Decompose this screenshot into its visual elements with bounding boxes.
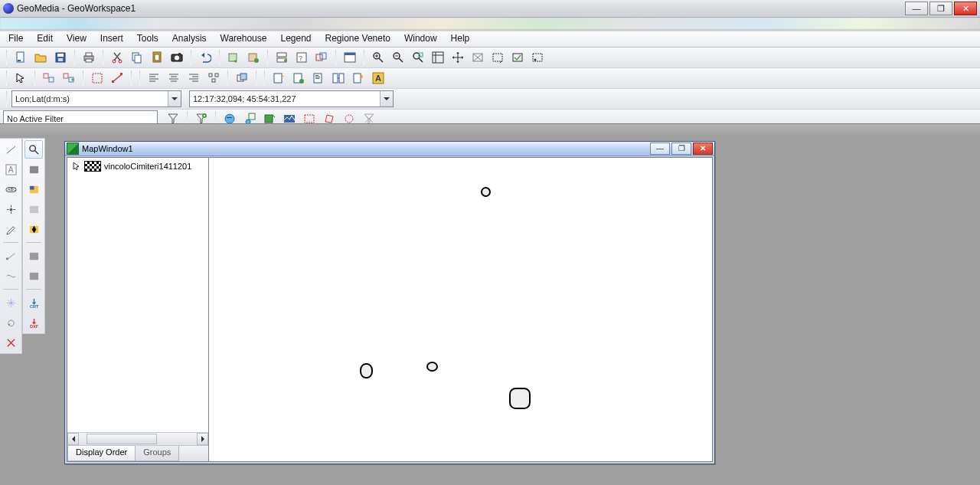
scroll-thumb[interactable] — [87, 434, 157, 444]
print-button[interactable] — [80, 48, 98, 67]
draw-line-icon[interactable] — [2, 140, 20, 159]
map-feature[interactable] — [360, 363, 373, 378]
text-style-icon[interactable]: A — [369, 69, 387, 87]
window-minimize-button[interactable]: — — [905, 2, 928, 15]
new-feature-icon[interactable] — [270, 69, 288, 87]
map-feature[interactable] — [509, 388, 531, 409]
menu-warehouse[interactable]: Warehouse — [214, 31, 274, 47]
draw-point-icon[interactable] — [2, 200, 20, 218]
select-set-icon[interactable] — [40, 69, 58, 87]
map-window-titlebar[interactable]: MapWindow1 — ❐ ✕ — [65, 142, 714, 156]
menu-analysis[interactable]: Analysis — [165, 31, 214, 47]
align-left-icon[interactable] — [145, 69, 163, 87]
break-line-icon[interactable] — [2, 267, 20, 285]
menu-tools[interactable]: Tools — [130, 31, 165, 47]
layer-dim-icon[interactable] — [24, 200, 43, 218]
feature-export-icon[interactable] — [349, 69, 368, 87]
snapshot-button[interactable] — [168, 48, 186, 67]
menu-help[interactable]: Help — [444, 31, 477, 47]
edit-feature-icon[interactable] — [289, 69, 308, 87]
select-tool[interactable] — [11, 69, 30, 87]
map-feature[interactable] — [481, 187, 491, 197]
layer-color-icon[interactable] — [24, 180, 43, 198]
delete-icon[interactable] — [2, 333, 20, 352]
cut-button[interactable] — [108, 48, 126, 67]
menu-regione[interactable]: Regione Veneto — [318, 31, 397, 47]
app-title: GeoMedia - GeoWorkspace1 — [17, 3, 136, 14]
snap-icon[interactable] — [2, 293, 20, 312]
pan-button[interactable] — [449, 48, 467, 67]
layer-gray1-icon[interactable] — [24, 247, 43, 265]
fit-all-button[interactable] — [429, 48, 447, 67]
save-button[interactable] — [51, 48, 70, 67]
attribute-query-button[interactable]: ? — [292, 48, 311, 67]
draw-text-icon[interactable]: A — [2, 160, 20, 179]
legend-horizontal-scrollbar[interactable] — [67, 432, 208, 445]
select-line-icon[interactable] — [108, 69, 126, 87]
align-center-icon[interactable] — [165, 69, 183, 87]
select-rect-icon[interactable] — [488, 48, 507, 67]
map-window-minimize[interactable]: — — [650, 143, 670, 155]
menu-window[interactable]: Window — [397, 31, 444, 47]
chevron-down-icon[interactable] — [380, 91, 393, 107]
legend-tree[interactable]: vincoloCimiteri1411201 — [67, 158, 208, 432]
bring-front-icon[interactable] — [233, 69, 251, 87]
distribute-icon[interactable] — [204, 69, 223, 87]
select-polygon-icon[interactable] — [528, 48, 547, 67]
queries-button[interactable] — [273, 48, 291, 67]
align-right-icon[interactable] — [185, 69, 203, 87]
move-vertex-icon[interactable] — [2, 247, 20, 265]
rotate-icon[interactable] — [2, 313, 20, 332]
map-canvas[interactable] — [209, 158, 712, 461]
select-checked-icon[interactable] — [508, 48, 527, 67]
svg-rect-51 — [274, 74, 282, 83]
menu-view[interactable]: View — [60, 31, 93, 47]
zoom-box-button[interactable] — [409, 48, 427, 67]
scroll-track[interactable] — [79, 433, 197, 445]
spatial-query-button[interactable] — [312, 48, 331, 67]
toolbar-grip — [6, 50, 7, 65]
window-maximize-button[interactable]: ❐ — [929, 2, 952, 15]
window-close-button[interactable]: ✕ — [954, 2, 977, 15]
open-button[interactable] — [31, 48, 50, 67]
draw-label-icon[interactable]: ABC — [2, 180, 20, 198]
select-add-icon[interactable] — [60, 69, 78, 87]
chevron-down-icon[interactable] — [168, 91, 181, 107]
svg-rect-60 — [354, 74, 361, 83]
new-button[interactable] — [11, 48, 30, 67]
draw-edit-icon[interactable] — [2, 220, 20, 238]
coord-value-combo[interactable]: 12:17:32,094; 45:54:31,227 — [189, 90, 394, 107]
feature-link-icon[interactable] — [329, 69, 348, 87]
undo-button[interactable] — [196, 48, 214, 67]
svg-rect-44 — [112, 80, 114, 83]
tab-display-order[interactable]: Display Order — [67, 446, 136, 461]
refresh-data-button[interactable] — [224, 48, 243, 67]
layer-highlight-icon[interactable] — [24, 220, 43, 238]
map-window-maximize[interactable]: ❐ — [671, 143, 691, 155]
scroll-right-button[interactable] — [197, 433, 208, 445]
export-crt-icon[interactable]: CRT — [24, 293, 43, 312]
layer-off-icon[interactable] — [24, 160, 43, 179]
zoom-tool-icon[interactable] — [24, 140, 43, 159]
zoom-out-button[interactable] — [389, 48, 407, 67]
coord-format-combo[interactable]: Lon;Lat(d:m:s) — [11, 90, 181, 107]
map-feature[interactable] — [426, 362, 438, 372]
scroll-left-button[interactable] — [67, 433, 79, 445]
data-window-button[interactable] — [341, 48, 359, 67]
layer-gray2-icon[interactable] — [24, 267, 43, 285]
paste-button[interactable] — [148, 48, 166, 67]
export-dxf-icon[interactable]: DXF — [24, 313, 43, 332]
menu-file[interactable]: File — [2, 31, 30, 47]
menu-insert[interactable]: Insert — [93, 31, 130, 47]
select-fence-icon[interactable] — [88, 69, 106, 87]
menu-legend[interactable]: Legend — [273, 31, 318, 47]
tab-groups[interactable]: Groups — [135, 446, 179, 461]
previous-view-button[interactable] — [469, 48, 487, 67]
legend-entry-0[interactable]: vincoloCimiteri1411201 — [72, 161, 207, 172]
menu-edit[interactable]: Edit — [30, 31, 60, 47]
copy-button[interactable] — [128, 48, 146, 67]
zoom-in-button[interactable] — [369, 48, 387, 67]
refresh-all-button[interactable] — [244, 48, 263, 67]
feature-props-icon[interactable] — [309, 69, 328, 87]
map-window-close[interactable]: ✕ — [693, 143, 713, 155]
